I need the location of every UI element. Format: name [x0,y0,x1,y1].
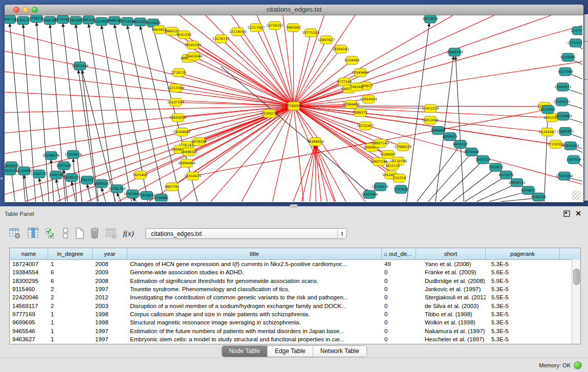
graph-node[interactable]: 12213369 [167,84,184,92]
graph-node[interactable]: 9560010 [531,193,546,201]
graph-node[interactable]: 21053346 [71,62,88,70]
import-table-icon[interactable] [103,226,119,242]
graph-node[interactable]: 8958923 [443,133,458,141]
graph-node[interactable]: 20206576 [42,151,59,160]
collapse-left-panel-arrow[interactable]: ◂ [0,174,4,182]
graph-node[interactable]: 12444151 [553,98,570,106]
graph-node[interactable]: 16648784 [446,48,463,56]
graph-node[interactable]: 17033054 [556,172,573,180]
close-panel-icon[interactable]: ✕ [574,209,582,218]
function-builder-icon[interactable]: f(x) [121,226,136,242]
graph-node[interactable]: 15854954 [360,95,377,103]
tab-node-table[interactable]: Node Table [222,346,268,357]
new-table-icon[interactable] [72,226,88,242]
graph-node[interactable]: 15951074 [422,104,439,113]
vertical-scrollbar[interactable] [572,259,580,344]
graph-node[interactable]: 9397548 [56,162,71,170]
graph-node[interactable]: 8813074 [423,15,438,23]
graph-node[interactable]: 10107554 [167,98,184,106]
tab-network-table[interactable]: Network Table [313,346,366,357]
graph-node[interactable]: 18842058 [169,114,186,122]
graph-node[interactable]: 9329966 [560,53,575,61]
graph-node[interactable]: 9191295 [177,31,191,39]
graph-node[interactable]: 5878334 [191,138,206,146]
graph-node[interactable]: 252254 [393,174,406,182]
graph-node[interactable]: 19136141 [372,183,389,191]
table-row[interactable]: 1872400712008Changes of HCN gene express… [10,260,580,268]
table-row[interactable]: 969969511998Structural magnetic resonanc… [10,318,580,326]
table-row[interactable]: 946554611997Estimation of the future num… [10,326,580,335]
tab-edge-table[interactable]: Edge Table [268,346,313,357]
graph-node[interactable]: 7485083 [286,24,300,32]
graph-node[interactable]: 7625402 [133,171,147,179]
scrollbar-thumb[interactable] [573,269,580,285]
graph-node[interactable]: 9227349 [558,68,573,76]
network-canvas[interactable]: 1886124124355724973623120691406152224111… [5,15,582,202]
table-settings-icon[interactable] [7,226,23,242]
column-header-year[interactable]: year [93,248,127,259]
graph-node[interactable]: 15751074 [567,39,582,47]
graph-node[interactable]: 16782759 [108,185,125,193]
graph-node[interactable]: 1733426 [394,185,408,193]
table-row[interactable]: 2242004622012Investigating the contribut… [10,293,580,301]
graph-node[interactable]: 12923446 [361,190,378,199]
graph-node[interactable]: 746266 [350,83,363,91]
graph-node[interactable]: 17569228 [395,143,411,151]
graph-node[interactable]: 17016504 [562,142,579,150]
graph-node[interactable]: 9474444 [464,148,479,156]
graph-node[interactable]: 8215958 [540,105,555,114]
graph-node[interactable]: 11242847 [539,128,556,136]
column-header-out-de[interactable]: △out_de... [382,248,416,259]
graph-node[interactable]: 13505135 [63,173,80,182]
float-panel-icon[interactable] [563,210,570,217]
table-row[interactable]: 946362711997Embryonic stem cells: a mode… [10,335,580,343]
graph-node[interactable]: 2718126 [171,69,186,77]
column-visibility-icon[interactable] [26,226,41,242]
table-row[interactable]: 1830029562008Estimation of significance … [10,277,580,285]
window-resize-grip[interactable] [572,191,581,200]
table-row[interactable]: 1456911722003Disruption of a novel membe… [10,301,580,310]
graph-node[interactable]: 6479197 [453,140,468,148]
graph-node[interactable]: 8471676 [498,171,513,179]
graph-node[interactable]: 1640954 [430,126,445,135]
deselect-all-icon[interactable] [58,226,73,242]
column-header-short[interactable]: short [416,248,486,259]
graph-node[interactable]: 1167534 [566,156,581,164]
table-row[interactable]: 1938455462009Genome-wide association stu… [10,268,580,276]
graph-node[interactable]: 24204068 [173,128,190,136]
graph-node[interactable]: 7932621 [488,163,503,171]
network-window-titlebar[interactable]: citations_edges.txt [5,5,583,15]
graph-node[interactable]: 1145194 [49,171,63,179]
graph-node[interactable]: 16720407 [357,122,374,130]
delete-table-icon[interactable] [87,226,102,242]
graph-node[interactable]: 17359924 [64,150,81,159]
graph-node[interactable]: 12217907 [248,24,265,32]
column-header-pagerank[interactable]: pagerank [486,248,560,259]
graph-node[interactable]: 9154943 [344,56,359,64]
table-row[interactable]: 977716911998Corpus callosum shape and si… [10,310,580,318]
graph-node[interactable]: 10654112 [508,179,525,187]
graph-node[interactable]: 7986372 [353,108,367,117]
graph-node[interactable]: 19734193 [266,21,283,30]
graph-node[interactable]: 1117334 [571,27,582,35]
table-row[interactable]: 911546021997Tourette syndrome. Phenomeno… [10,285,580,293]
graph-node[interactable]: 9738981 [154,194,169,202]
graph-node[interactable]: 2935114 [475,156,490,164]
graph-node[interactable]: 19384554 [307,138,324,146]
graph-node[interactable]: 18543393 [184,41,201,49]
graph-node[interactable]: 16914479 [184,172,201,180]
graph-node[interactable]: 1615132 [385,162,400,170]
table-selector-dropdown[interactable]: citations_edges.txt ▲▼ [145,228,347,239]
graph-node[interactable]: 16099484 [178,159,195,167]
graph-node[interactable]: 11607427 [318,36,335,44]
column-header-title[interactable]: title [127,248,382,259]
graph-node[interactable]: 18775105 [302,29,319,37]
graph-node[interactable]: 13276717 [212,35,229,43]
graph-node[interactable]: 18164161 [332,45,349,53]
column-header-name[interactable]: name [10,248,48,259]
column-header-in-degree[interactable]: in_degree [48,248,93,259]
graph-node[interactable]: 16812043 [422,116,439,124]
graph-node[interactable]: 12114540 [229,28,246,36]
select-all-icon[interactable] [43,226,58,242]
graph-node[interactable]: 9857791 [165,183,180,191]
